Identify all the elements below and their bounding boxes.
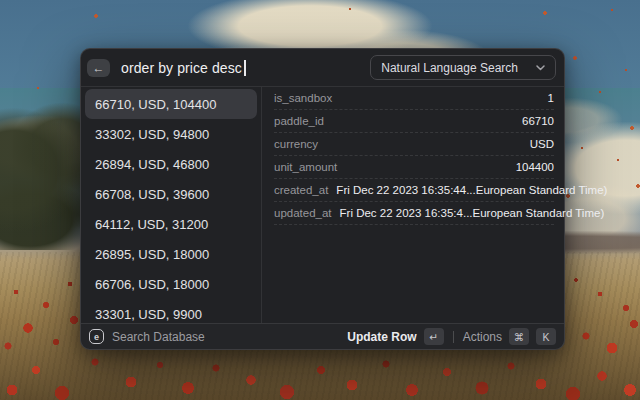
text-cursor [244,60,246,76]
detail-value: Fri Dec 22 2023 16:35:4...European Stand… [340,207,605,219]
enter-key-badge: ↵ [424,328,444,345]
detail-row: paddle_id66710 [274,110,554,133]
list-item[interactable]: 66706, USD, 18000 [85,269,257,299]
cmd-key-badge: ⌘ [509,328,529,345]
list-item[interactable]: 66708, USD, 39600 [85,179,257,209]
chevron-down-icon [536,65,545,71]
detail-key: paddle_id [274,115,324,127]
list-item[interactable]: 26895, USD, 18000 [85,239,257,269]
k-key-badge: K [536,328,556,345]
action-bar-right: Update Row ↵ Actions ⌘ K [347,328,556,345]
command-name: Search Database [112,330,205,344]
detail-key: created_at [274,184,328,196]
launcher-window: ← order by price desc Natural Language S… [80,48,565,350]
detail-value: 1 [548,92,554,104]
search-mode-label: Natural Language Search [381,61,518,75]
list-item[interactable]: 26894, USD, 46800 [85,149,257,179]
list-item[interactable]: 66710, USD, 104400 [85,89,257,119]
main-content: 66710, USD, 10440033302, USD, 9480026894… [81,87,564,323]
detail-row: is_sandbox1 [274,87,554,110]
search-query-text: order by price desc [121,60,242,76]
list-item[interactable]: 33301, USD, 9900 [85,299,257,323]
search-topbar: ← order by price desc Natural Language S… [81,49,564,87]
search-input[interactable]: order by price desc [121,60,370,76]
detail-value: Fri Dec 22 2023 16:35:44...European Stan… [336,184,607,196]
detail-row: currencyUSD [274,133,554,156]
detail-value: USD [530,138,554,150]
list-item[interactable]: 64112, USD, 31200 [85,209,257,239]
action-bar: e Search Database Update Row ↵ Actions ⌘… [81,323,564,349]
back-button[interactable]: ← [87,59,110,77]
detail-row: created_atFri Dec 22 2023 16:35:44...Eur… [274,179,554,202]
detail-key: updated_at [274,207,332,219]
action-bar-divider [453,331,454,343]
update-row-button[interactable]: Update Row [347,330,416,344]
back-arrow-icon: ← [93,62,105,74]
detail-value: 104400 [516,161,554,173]
detail-row: updated_atFri Dec 22 2023 16:35:4...Euro… [274,202,554,225]
detail-value: 66710 [522,115,554,127]
detail-key: unit_amount [274,161,337,173]
detail-key: is_sandbox [274,92,332,104]
list-item[interactable]: 33302, USD, 94800 [85,119,257,149]
search-database-icon: e [89,329,104,344]
actions-button[interactable]: Actions [463,330,502,344]
detail-key: currency [274,138,318,150]
detail-row: unit_amount104400 [274,156,554,179]
results-list: 66710, USD, 10440033302, USD, 9480026894… [81,87,261,323]
detail-panel: is_sandbox1paddle_id66710currencyUSDunit… [262,87,564,323]
search-mode-dropdown[interactable]: Natural Language Search [370,55,556,80]
